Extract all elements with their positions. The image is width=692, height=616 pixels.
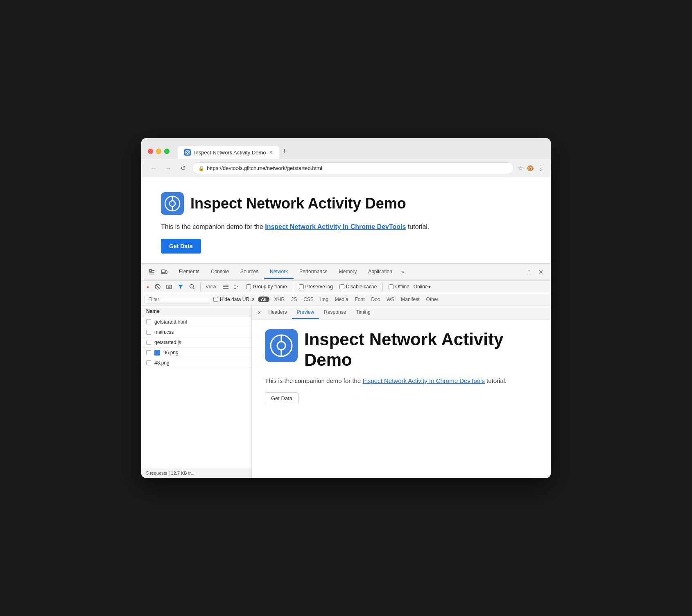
throttle-dropdown[interactable]: Online ▾ — [414, 284, 431, 290]
tab-more[interactable]: » — [398, 265, 407, 279]
profile-icon[interactable]: 🐵 — [526, 164, 534, 172]
preview-panel: × Headers Preview Response Timing — [252, 306, 551, 478]
back-button[interactable]: ← — [148, 163, 159, 174]
search-button[interactable] — [187, 282, 197, 291]
view-label: View: — [206, 284, 217, 290]
file-item-96-png[interactable]: 96.png — [141, 348, 251, 358]
filter-type-media[interactable]: Media — [333, 296, 350, 303]
page-logo — [161, 192, 184, 215]
filter-type-other[interactable]: Other — [425, 296, 440, 303]
tab-favicon — [184, 149, 191, 156]
tab-network[interactable]: Network — [264, 265, 294, 279]
offline-group: Offline — [389, 284, 409, 290]
group-by-frame-checkbox[interactable] — [246, 284, 251, 289]
preserve-log-group: Preserve log — [299, 284, 333, 290]
filter-type-ws[interactable]: WS — [385, 296, 396, 303]
devtools-toolbar: ● — [141, 281, 551, 293]
tab-application[interactable]: Application — [362, 265, 398, 279]
filter-input[interactable] — [145, 295, 210, 304]
tab-console[interactable]: Console — [205, 265, 235, 279]
url-bar[interactable]: 🔒 https://devtools.glitch.me/network/get… — [192, 162, 514, 174]
tabs-area: Inspect Network Activity Demo × + — [178, 144, 544, 159]
preview-tab-preview[interactable]: Preview — [292, 306, 319, 319]
devtools-tab-actions: ⋮ ✕ — [520, 267, 549, 277]
new-tab-button[interactable]: + — [279, 144, 290, 159]
preview-tab-timing[interactable]: Timing — [351, 306, 375, 319]
inspect-element-icon[interactable] — [146, 267, 158, 277]
devtools-close-icon[interactable]: ✕ — [536, 267, 546, 277]
filter-type-manifest[interactable]: Manifest — [399, 296, 421, 303]
device-toolbar-icon[interactable] — [158, 267, 170, 277]
svg-point-19 — [190, 285, 194, 288]
svg-point-18 — [168, 286, 170, 288]
preview-tabs: × Headers Preview Response Timing — [252, 306, 551, 319]
lock-icon: 🔒 — [198, 165, 204, 171]
subtitle-end: tutorial. — [406, 223, 429, 230]
tab-memory[interactable]: Memory — [333, 265, 362, 279]
file-item-getstarted-js[interactable]: getstarted.js — [141, 337, 251, 348]
menu-icon[interactable]: ⋮ — [538, 164, 544, 172]
throttle-label: Online — [414, 284, 428, 290]
file-item-48-png[interactable]: 48.png — [141, 358, 251, 368]
reload-button[interactable]: ↺ — [177, 163, 189, 174]
tree-view-icon[interactable] — [232, 283, 242, 290]
forward-button[interactable]: → — [163, 163, 174, 174]
disable-cache-group: Disable cache — [339, 284, 377, 290]
file-list-status: 5 requests | 12.7 KB tr... — [141, 468, 251, 478]
maximize-button[interactable] — [164, 149, 170, 154]
tab-close-button[interactable]: × — [269, 149, 273, 155]
devtools-settings-icon[interactable]: ⋮ — [524, 267, 534, 277]
toolbar-divider-2 — [293, 283, 293, 290]
title-bar: Inspect Network Activity Demo × + — [141, 138, 551, 159]
svg-point-1 — [187, 152, 189, 154]
record-button[interactable]: ● — [145, 283, 151, 291]
traffic-lights — [148, 149, 170, 154]
clear-button[interactable] — [153, 282, 163, 291]
devtools-tab-list: Elements Console Sources Network Perform… — [173, 265, 520, 279]
filter-icon-button[interactable] — [176, 282, 185, 291]
offline-label: Offline — [395, 284, 409, 290]
list-view-icon[interactable] — [221, 283, 231, 290]
page-content: Inspect Network Activity Demo This is th… — [141, 177, 551, 263]
filter-type-js[interactable]: JS — [289, 296, 299, 303]
offline-checkbox[interactable] — [389, 284, 393, 289]
file-checkbox — [146, 330, 151, 335]
address-bar: ← → ↺ 🔒 https://devtools.glitch.me/netwo… — [141, 159, 551, 177]
preview-get-data-button[interactable]: Get Data — [265, 392, 299, 404]
file-name: 48.png — [154, 360, 170, 366]
preview-logo — [265, 329, 298, 362]
close-button[interactable] — [148, 149, 153, 154]
filter-type-doc[interactable]: Doc — [370, 296, 382, 303]
hide-urls-checkbox[interactable] — [213, 297, 218, 302]
file-item-main-css[interactable]: main.css — [141, 327, 251, 337]
screenshot-button[interactable] — [164, 282, 174, 291]
preview-subtitle-end: tutorial. — [485, 377, 507, 384]
svg-rect-13 — [165, 271, 167, 274]
subtitle-link[interactable]: Inspect Network Activity In Chrome DevTo… — [265, 223, 406, 230]
active-tab[interactable]: Inspect Network Activity Demo × — [178, 146, 279, 159]
preserve-log-checkbox[interactable] — [299, 284, 304, 289]
file-item-getstarted-html[interactable]: getstarted.html — [141, 317, 251, 327]
disable-cache-checkbox[interactable] — [339, 284, 344, 289]
url-text: https://devtools.glitch.me/network/getst… — [207, 165, 322, 171]
preview-close-button[interactable]: × — [255, 306, 263, 319]
filter-all-badge[interactable]: All — [258, 297, 269, 302]
tab-elements[interactable]: Elements — [173, 265, 205, 279]
file-checkbox — [146, 360, 151, 365]
get-data-button[interactable]: Get Data — [161, 239, 201, 254]
preview-subtitle-link[interactable]: Inspect Network Activity In Chrome DevTo… — [362, 377, 484, 384]
svg-rect-8 — [149, 270, 152, 272]
preview-page-title: Inspect Network Activity Demo — [304, 329, 538, 371]
filter-type-font[interactable]: Font — [353, 296, 366, 303]
preview-tab-headers[interactable]: Headers — [263, 306, 292, 319]
url-path: /network/getstarted.html — [265, 165, 322, 171]
tab-performance[interactable]: Performance — [294, 265, 333, 279]
bookmark-icon[interactable]: ☆ — [517, 164, 523, 172]
filter-type-xhr[interactable]: XHR — [273, 296, 286, 303]
tab-sources[interactable]: Sources — [235, 265, 264, 279]
preserve-log-label: Preserve log — [305, 284, 333, 290]
filter-type-img[interactable]: Img — [319, 296, 330, 303]
preview-tab-response[interactable]: Response — [319, 306, 351, 319]
filter-type-css[interactable]: CSS — [302, 296, 315, 303]
minimize-button[interactable] — [156, 149, 161, 154]
